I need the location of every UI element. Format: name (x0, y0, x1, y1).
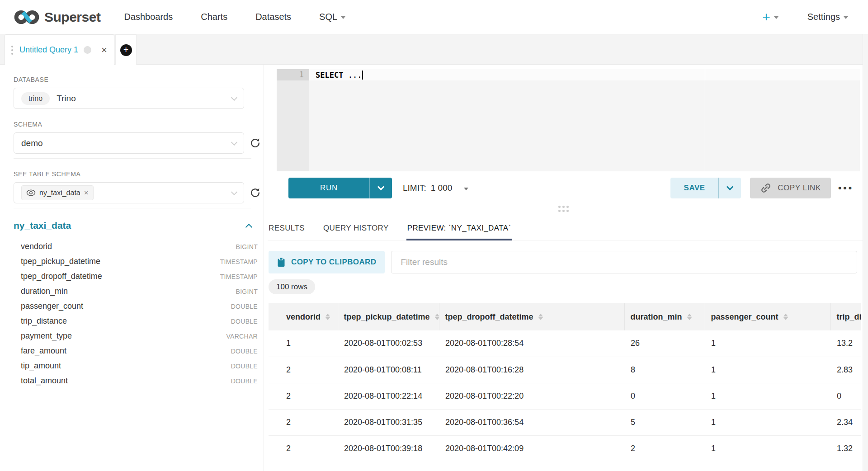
table-schema-title[interactable]: ny_taxi_data (14, 220, 71, 231)
table-column-row[interactable]: duration_minBIGINT (14, 284, 258, 299)
more-actions-button[interactable]: ••• (838, 183, 854, 193)
chevron-down-icon (464, 188, 468, 190)
nav-item-sql[interactable]: SQL (319, 12, 345, 22)
close-icon[interactable]: × (84, 188, 89, 198)
results-table-header-cell[interactable]: tpep_pickup_datetime (338, 303, 439, 330)
run-label[interactable]: RUN (288, 178, 370, 198)
results-table-cell: 0 (830, 383, 861, 409)
results-table-cell: 2 (269, 357, 338, 383)
column-type: TIMESTAMP (220, 273, 258, 280)
limit-dropdown[interactable]: LIMIT: 1 000 (403, 183, 468, 193)
new-item-menu[interactable]: + (762, 10, 778, 24)
table-column-row[interactable]: fare_amountDOUBLE (14, 344, 258, 358)
results-table-cell: 2020-08-01T00:22:14 (338, 383, 439, 409)
tab-results[interactable]: RESULTS (268, 218, 306, 240)
refresh-tables-button[interactable] (250, 187, 261, 198)
column-type: VARCHAR (226, 333, 258, 340)
tab-preview-ny-taxi-data[interactable]: PREVIEW: `NY_TAXI_DATA` (406, 218, 512, 240)
header-cell-inner: trip_distance (837, 312, 861, 322)
editor-content[interactable]: SELECT ... (309, 69, 860, 171)
sort-icon[interactable] (783, 314, 788, 320)
results-table-header-cell[interactable]: passenger_count (705, 303, 830, 330)
selected-table-tag[interactable]: ny_taxi_data × (21, 185, 94, 200)
sort-icon[interactable] (687, 314, 692, 320)
nav-item-charts[interactable]: Charts (201, 12, 227, 22)
results-table-cell: 2020-08-01T00:39:18 (338, 435, 439, 462)
header-label: duration_min (631, 312, 682, 322)
table-column-row[interactable]: payment_typeVARCHAR (14, 329, 258, 344)
add-tab-button[interactable]: + (115, 34, 137, 65)
table-column-row[interactable]: tpep_dropoff_datetimeTIMESTAMP (14, 269, 258, 284)
sort-icon[interactable] (538, 314, 543, 320)
window-scrollbar[interactable] (863, 34, 868, 471)
query-tab-active[interactable]: Untitled Query 1 × (5, 34, 114, 65)
table-column-row[interactable]: vendoridBIGINT (14, 239, 258, 254)
sort-up-icon (435, 314, 439, 316)
editor-toolbar: RUN LIMIT: 1 000 SAVE COPY LI (264, 178, 863, 198)
results-table-row[interactable]: 22020-08-01T00:08:112020-08-01T00:16:288… (269, 357, 861, 383)
query-state-indicator (84, 46, 91, 54)
table-column-row[interactable]: total_amountDOUBLE (14, 373, 258, 388)
pane-resize-handle[interactable] (558, 206, 569, 212)
results-table-row[interactable]: 22020-08-01T00:39:182020-08-01T00:42:092… (269, 435, 861, 462)
results-table-header-cell[interactable]: trip_distance (830, 303, 861, 330)
copy-to-clipboard-label: COPY TO CLIPBOARD (291, 258, 376, 267)
editor-gutter: 1 (277, 69, 309, 171)
results-table-cell: 2020-08-01T00:16:28 (439, 357, 624, 383)
refresh-schema-button[interactable] (250, 137, 261, 149)
nav-item-datasets[interactable]: Datasets (255, 12, 291, 22)
chevron-down-icon (726, 184, 734, 191)
sort-icon[interactable] (326, 314, 330, 320)
copy-link-button[interactable]: COPY LINK (750, 178, 831, 198)
superset-logo[interactable]: Superset (13, 8, 100, 26)
column-type: BIGINT (236, 288, 258, 295)
sort-icon[interactable] (435, 314, 439, 320)
sort-up-icon (783, 314, 788, 316)
tab-query-history[interactable]: QUERY HISTORY (322, 218, 390, 240)
results-table-cell: 26 (624, 330, 705, 357)
results-table-header-cell[interactable]: vendorid (269, 303, 338, 330)
table-column-row[interactable]: trip_distanceDOUBLE (14, 314, 258, 329)
run-options-button[interactable] (370, 178, 392, 198)
close-icon[interactable]: × (101, 45, 107, 55)
query-tab-title[interactable]: Untitled Query 1 (19, 45, 78, 55)
table-column-row[interactable]: passenger_countDOUBLE (14, 299, 258, 314)
save-options-button[interactable] (719, 178, 741, 198)
table-column-row[interactable]: tpep_pickup_datetimeTIMESTAMP (14, 254, 258, 269)
results-table-header-cell[interactable]: tpep_dropoff_datetime (439, 303, 624, 330)
chevron-down-icon (231, 188, 237, 195)
drag-handle-icon[interactable] (11, 46, 13, 55)
sort-up-icon (326, 314, 330, 316)
database-select[interactable]: trino Trino (14, 88, 244, 109)
see-table-schema-label: SEE TABLE SCHEMA (14, 170, 264, 178)
results-table-row[interactable]: 12020-08-01T00:02:532020-08-01T00:28:542… (269, 330, 861, 357)
filter-results-input[interactable] (391, 251, 857, 273)
run-query-button[interactable]: RUN (288, 178, 392, 198)
sql-keyword: SELECT (316, 71, 343, 80)
nav-item-dashboards[interactable]: Dashboards (124, 12, 173, 22)
results-table: vendoridtpep_pickup_datetimetpep_dropoff… (269, 303, 861, 462)
header-cell-inner: tpep_pickup_datetime (344, 312, 439, 322)
column-type: DOUBLE (231, 303, 258, 310)
table-select[interactable]: ny_taxi_data × (14, 182, 244, 203)
results-table-cell: 1 (705, 435, 830, 462)
copy-to-clipboard-button[interactable]: COPY TO CLIPBOARD (269, 251, 385, 273)
plus-circle-icon: + (120, 44, 132, 56)
results-table-cell: 2 (269, 409, 338, 435)
schema-select[interactable]: demo (14, 132, 244, 154)
header-cell-inner: tpep_dropoff_datetime (445, 312, 624, 322)
column-name: tpep_dropoff_datetime (21, 272, 102, 281)
column-name: payment_type (21, 331, 72, 341)
nav-item-label: SQL (319, 12, 337, 22)
settings-menu[interactable]: Settings (807, 12, 848, 22)
save-label[interactable]: SAVE (670, 178, 719, 198)
results-table-row[interactable]: 22020-08-01T00:31:352020-08-01T00:36:545… (269, 409, 861, 435)
sql-code-editor[interactable]: 1 SELECT ... (277, 69, 860, 171)
table-column-row[interactable]: tip_amountDOUBLE (14, 358, 258, 373)
results-table-header-cell[interactable]: duration_min (624, 303, 705, 330)
chevron-up-icon[interactable] (245, 223, 253, 231)
editor-print-margin (705, 69, 705, 171)
results-table-row[interactable]: 22020-08-01T00:22:142020-08-01T00:22:200… (269, 383, 861, 409)
text-cursor (362, 71, 363, 80)
save-query-button[interactable]: SAVE (670, 178, 741, 198)
